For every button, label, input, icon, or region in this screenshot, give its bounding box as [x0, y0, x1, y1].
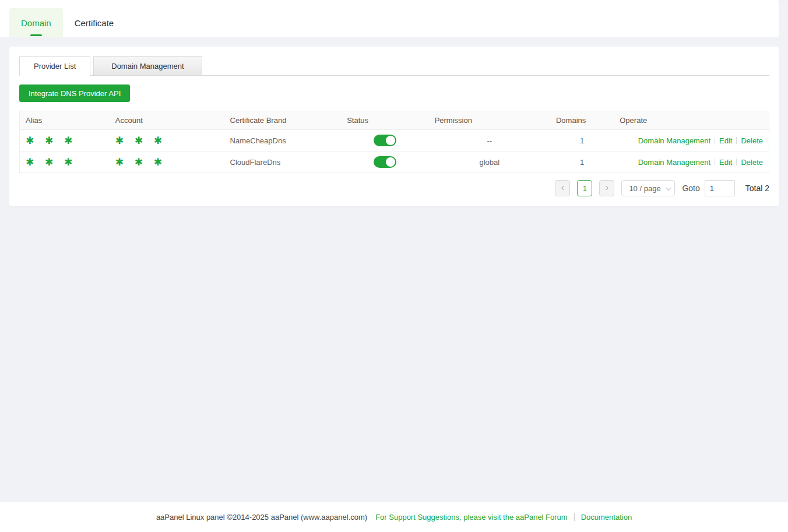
documentation-link[interactable]: Documentation	[581, 513, 632, 522]
page-size-select[interactable]: 10 / page	[621, 180, 675, 196]
subtab-domain-management[interactable]: Domain Management	[93, 56, 202, 76]
col-header-account: Account	[110, 111, 224, 130]
active-tab-underline	[30, 34, 42, 36]
certificate-brand-value: NameCheapDns	[224, 130, 342, 152]
tab-domain[interactable]: Domain	[9, 8, 63, 37]
table-row: ✱ ✱ ✱ ✱ ✱ ✱ CloudFlareDns global 1 Domai…	[20, 152, 769, 173]
provider-panel: Provider List Domain Management Integrat…	[9, 47, 779, 206]
edit-link[interactable]: Edit	[719, 136, 732, 145]
col-header-certificate-brand: Certificate Brand	[224, 111, 342, 130]
top-tab-bar: Domain Certificate	[0, 0, 779, 37]
goto-page-input[interactable]	[705, 180, 735, 196]
operate-divider	[715, 137, 715, 144]
domain-management-link[interactable]: Domain Management	[638, 158, 710, 167]
col-header-operate: Operate	[614, 111, 769, 130]
col-header-alias: Alias	[20, 111, 110, 130]
tab-certificate[interactable]: Certificate	[63, 8, 126, 37]
alias-masked-value: ✱ ✱ ✱	[26, 135, 76, 146]
forum-link[interactable]: For Support Suggestions, please visit th…	[375, 513, 568, 522]
page-number-button[interactable]: 1	[577, 180, 592, 196]
col-header-permission: Permission	[429, 111, 550, 130]
status-toggle[interactable]	[374, 156, 396, 168]
operate-divider	[715, 158, 715, 165]
tab-certificate-label: Certificate	[75, 18, 114, 28]
tab-domain-label: Domain	[21, 18, 51, 28]
operate-divider	[736, 158, 737, 165]
delete-link[interactable]: Delete	[741, 136, 763, 145]
provider-table: Alias Account Certificate Brand Status P…	[19, 111, 769, 173]
next-page-button[interactable]: ›	[599, 180, 614, 196]
subtab-provider-list-label: Provider List	[34, 62, 76, 71]
col-header-domains: Domains	[550, 111, 614, 130]
sub-tab-bar: Provider List Domain Management	[19, 56, 769, 76]
subtab-provider-list[interactable]: Provider List	[19, 56, 90, 76]
operate-divider	[736, 137, 737, 144]
pagination-bar: ‹ 1 › 10 / page Goto Total 2	[19, 180, 769, 196]
col-header-status: Status	[341, 111, 428, 130]
permission-value: --	[429, 130, 550, 152]
prev-page-button[interactable]: ‹	[555, 180, 570, 196]
page-footer: aaPanel Linux panel ©2014-2025 aaPanel (…	[0, 502, 788, 532]
chevron-down-icon	[666, 185, 671, 191]
chevron-right-icon: ›	[606, 182, 608, 193]
permission-value: global	[429, 152, 550, 173]
edit-link[interactable]: Edit	[719, 158, 732, 167]
domains-count: 1	[550, 152, 614, 173]
total-count-label: Total 2	[745, 184, 769, 193]
table-row: ✱ ✱ ✱ ✱ ✱ ✱ NameCheapDns -- 1 Domain Man…	[20, 130, 769, 152]
status-toggle[interactable]	[374, 135, 396, 146]
subtab-domain-management-label: Domain Management	[111, 62, 184, 71]
integrate-dns-provider-api-button[interactable]: Integrate DNS Provider API	[19, 84, 130, 102]
certificate-brand-value: CloudFlareDns	[224, 152, 342, 173]
delete-link[interactable]: Delete	[741, 158, 763, 167]
domains-count: 1	[550, 130, 614, 152]
account-masked-value: ✱ ✱ ✱	[115, 135, 166, 146]
alias-masked-value: ✱ ✱ ✱	[26, 157, 76, 168]
table-header-row: Alias Account Certificate Brand Status P…	[20, 111, 769, 130]
chevron-left-icon: ‹	[561, 182, 564, 193]
account-masked-value: ✱ ✱ ✱	[115, 157, 166, 168]
copyright-text: aaPanel Linux panel ©2014-2025 aaPanel (…	[156, 513, 367, 522]
current-page-label: 1	[583, 184, 587, 193]
page-size-value: 10 / page	[629, 184, 660, 193]
footer-divider	[574, 513, 575, 521]
goto-label: Goto	[682, 184, 699, 193]
domain-management-link[interactable]: Domain Management	[638, 136, 710, 145]
